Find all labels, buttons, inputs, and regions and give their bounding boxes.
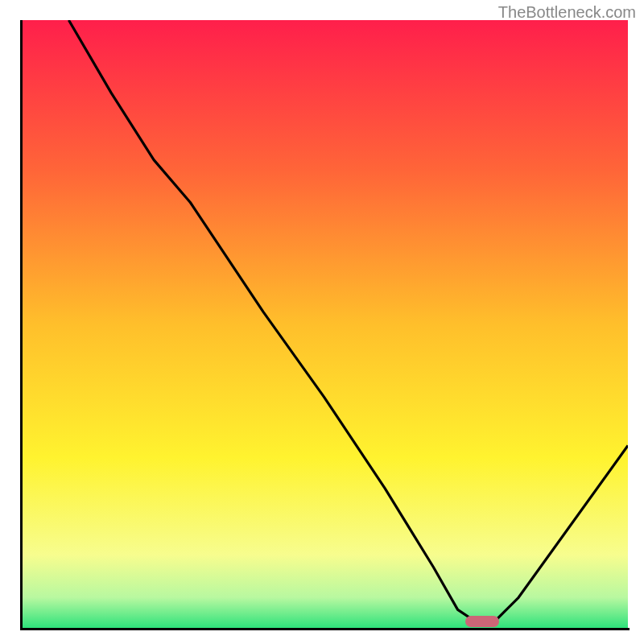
- y-axis: [20, 20, 23, 630]
- plot-area: [20, 20, 628, 628]
- x-axis: [20, 628, 630, 630]
- optimal-point-marker: [465, 616, 499, 627]
- bottleneck-curve: [20, 20, 628, 628]
- watermark-text: TheBottleneck.com: [498, 3, 636, 22]
